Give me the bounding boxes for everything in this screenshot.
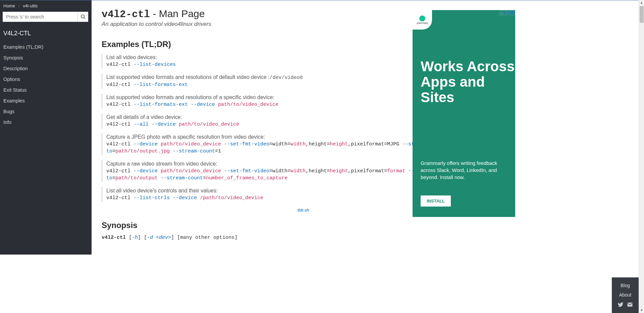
- ad-logo-text: grammarly: [417, 22, 428, 24]
- breadcrumb-sep: ›: [18, 3, 19, 8]
- nav-item[interactable]: Info: [0, 117, 92, 128]
- ad-install-button[interactable]: INSTALL: [421, 195, 451, 207]
- nav-item[interactable]: Examples (TL;DR): [0, 42, 92, 52]
- inline-code: /dev/video0: [270, 75, 303, 81]
- synopsis-heading: Synopsis: [102, 221, 505, 230]
- grammarly-logo-icon: [419, 15, 425, 21]
- nav-item[interactable]: Options: [0, 74, 92, 85]
- ad-copy: Grammarly offers writing feedback across…: [421, 160, 508, 181]
- ad-badge[interactable]: 广告 i ✕: [499, 10, 515, 15]
- page-container: Home › v4l-utils V4L2-CTL Examples (TL;D…: [0, 0, 515, 255]
- ad-close-icon[interactable]: ✕: [511, 11, 515, 14]
- title-suffix: - Man Page: [150, 8, 205, 19]
- search-icon: [80, 14, 86, 19]
- scrollbar-thumb[interactable]: [640, 6, 644, 23]
- nav-item[interactable]: Exit Status: [0, 85, 92, 95]
- nav-list: Examples (TL;DR)SynopsisDescriptionOptio…: [0, 40, 92, 130]
- scroll-up-icon[interactable]: ▲: [639, 0, 644, 5]
- ad-heading: Works Across Apps and Sites: [421, 59, 515, 105]
- title-command: v4l2-ctl: [102, 9, 150, 20]
- scrollbar[interactable]: ▲ ▼: [639, 0, 644, 255]
- svg-line-1: [84, 17, 85, 19]
- search-button[interactable]: [77, 12, 88, 22]
- ad-panel[interactable]: 广告 i ✕ grammarly Works Across Apps and S…: [413, 10, 515, 217]
- nav-item[interactable]: Bugs: [0, 106, 92, 117]
- breadcrumb: Home › v4l-utils: [0, 0, 92, 10]
- search-bar: [0, 10, 92, 25]
- breadcrumb-current[interactable]: v4l-utils: [23, 3, 38, 8]
- nav-title: V4L2-CTL: [0, 25, 92, 40]
- ad-logo-wrap: grammarly: [413, 10, 432, 30]
- sidebar: Home › v4l-utils V4L2-CTL Examples (TL;D…: [0, 0, 92, 255]
- ad-badge-text: 广告: [500, 10, 506, 15]
- synopsis-line: v4l2-ctl [-h] [-d <dev>] [many other opt…: [102, 235, 505, 240]
- search-input[interactable]: [3, 12, 77, 22]
- breadcrumb-home[interactable]: Home: [3, 3, 15, 8]
- main-content: v4l2-ctl - Man Page An application to co…: [92, 0, 515, 255]
- svg-point-0: [81, 15, 84, 18]
- ad-info-icon[interactable]: i: [507, 11, 511, 14]
- nav-item[interactable]: Synopsis: [0, 52, 92, 63]
- nav-item[interactable]: Description: [0, 63, 92, 74]
- nav-item[interactable]: Examples: [0, 95, 92, 106]
